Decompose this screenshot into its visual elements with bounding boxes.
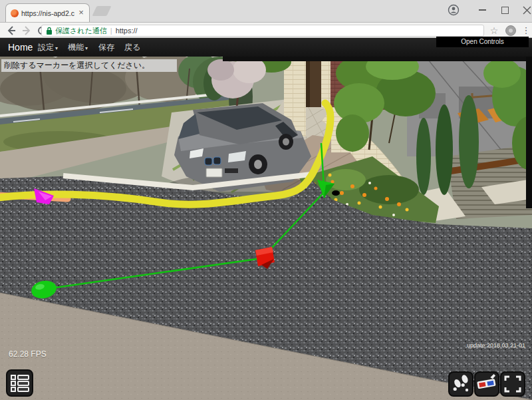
minimize-button[interactable] xyxy=(473,0,491,20)
profile-icon[interactable] xyxy=(445,0,462,20)
crane-ornament xyxy=(332,190,340,196)
tab-title: https://nis-apd2.com/vie xyxy=(21,9,74,19)
fullscreen-icon xyxy=(503,374,523,394)
list-icon xyxy=(9,373,31,394)
browser-menu-icon[interactable]: ⋮ xyxy=(521,24,531,37)
site-favicon-icon xyxy=(11,9,19,17)
extension-icon[interactable] xyxy=(505,25,516,36)
license-plate xyxy=(206,168,222,177)
secure-lock-icon xyxy=(46,27,53,35)
forward-icon[interactable] xyxy=(21,25,33,37)
backdrop-edge xyxy=(526,57,532,208)
browser-window: https://nis-apd2.com/vie × xyxy=(0,0,532,400)
address-bar[interactable]: 保護された通信 | https:// xyxy=(41,25,484,37)
backdrop-edge xyxy=(223,57,532,61)
new-tab-button[interactable] xyxy=(92,6,112,16)
back-icon[interactable] xyxy=(5,25,17,37)
update-version-label: update:2018.03.21-01 xyxy=(467,342,525,349)
url-separator: | xyxy=(110,27,112,35)
viewer-canvas[interactable]: 削除するマーカーを選択してください。 62.28 FPS update:2018… xyxy=(0,57,532,400)
marker-list-button[interactable] xyxy=(6,369,33,397)
browser-toolbar: 保護された通信 | https:// ☆ ⋮ xyxy=(0,22,532,38)
title-bar: https://nis-apd2.com/vie × xyxy=(0,0,532,22)
chevron-down-icon: ▾ xyxy=(55,45,58,51)
bookmark-star-icon[interactable]: ☆ xyxy=(487,24,501,37)
nav-item-save[interactable]: 保存 xyxy=(98,38,114,57)
url-text: https:// xyxy=(116,27,138,35)
nav-item-functions[interactable]: 機能▾ xyxy=(68,38,88,57)
open-controls-button[interactable]: Open Controls xyxy=(436,37,529,47)
3d-glasses-icon xyxy=(476,374,497,394)
3d-scene xyxy=(0,57,532,400)
tab-close-icon[interactable]: × xyxy=(76,8,86,17)
walk-mode-button[interactable] xyxy=(448,371,473,397)
nav-item-back[interactable]: 戻る xyxy=(124,38,140,57)
maximize-button[interactable] xyxy=(496,0,513,20)
nav-item-settings[interactable]: 設定▾ xyxy=(38,38,58,57)
chevron-down-icon: ▾ xyxy=(85,45,88,51)
nav-item-home[interactable]: Home xyxy=(8,38,33,57)
browser-tab[interactable]: https://nis-apd2.com/vie × xyxy=(5,3,90,22)
stereo-3d-button[interactable] xyxy=(474,371,499,397)
security-label: 保護された通信 xyxy=(55,26,107,36)
fps-counter: 62.28 FPS xyxy=(9,349,47,359)
status-message: 削除するマーカーを選択してください。 xyxy=(1,59,177,72)
window-close-button[interactable] xyxy=(518,0,532,20)
footprints-icon xyxy=(451,374,471,394)
fullscreen-button[interactable] xyxy=(500,371,525,397)
